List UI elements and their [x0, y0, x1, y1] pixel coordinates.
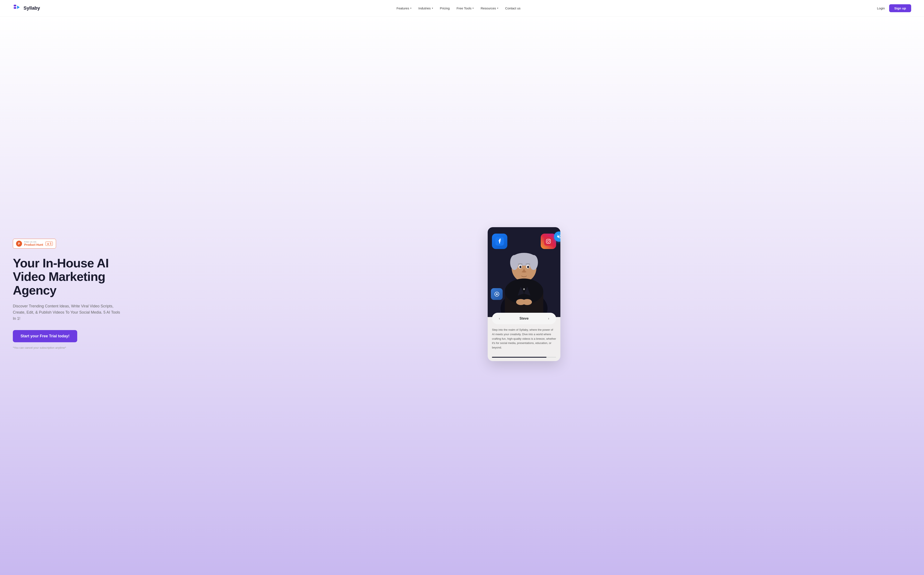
hero-title: Your In-House AI Video Marketing Agency [13, 256, 137, 297]
video-preview [487, 227, 560, 317]
prev-person-button[interactable]: ‹ [496, 315, 503, 322]
cancel-note: *You can cancel your subscription anytim… [13, 346, 66, 349]
login-button[interactable]: Login [877, 6, 885, 10]
nav-link-resources[interactable]: Resources ▾ [481, 6, 499, 10]
svg-point-19 [527, 266, 529, 268]
nav-item-free-tools[interactable]: Free Tools ▾ [456, 6, 474, 10]
chevron-down-icon: ▾ [473, 7, 474, 10]
nav-item-contact[interactable]: Contact us [505, 6, 521, 10]
video-description-text: Step into the realm of Syllaby, where th… [492, 328, 556, 350]
svg-rect-0 [14, 5, 16, 6]
progress-bar [492, 357, 556, 357]
svg-rect-21 [524, 288, 524, 290]
nav-item-pricing[interactable]: Pricing [440, 6, 450, 10]
svg-point-18 [519, 266, 521, 268]
nav-link-industries[interactable]: Indutries ▾ [418, 6, 433, 10]
blue-app-icon [491, 288, 503, 300]
svg-rect-23 [544, 237, 553, 246]
navbar: Syllaby Features ▾ Indutries ▾ Pricing F… [0, 0, 924, 16]
nav-links: Features ▾ Indutries ▾ Pricing Free Tool… [397, 6, 521, 10]
facebook-icon [492, 233, 507, 249]
logo-area[interactable]: Syllaby [13, 4, 40, 13]
product-hunt-count: ▲ 1 [45, 241, 53, 246]
hero-description: Discover Trending Content Ideas, Write V… [13, 303, 124, 321]
nav-auth: Login Sign up [877, 4, 911, 12]
logo-icon [13, 4, 21, 13]
person-name: Steve [519, 316, 529, 321]
hero-section: P FIND US ON Product Hunt ▲ 1 Your In-Ho… [0, 16, 924, 575]
video-description-area: Step into the realm of Syllaby, where th… [487, 326, 560, 354]
svg-point-9 [529, 255, 538, 270]
svg-marker-2 [17, 6, 20, 9]
video-card: ‹ Steve › Step into the realm of Syllaby… [487, 227, 560, 361]
nav-link-free-tools[interactable]: Free Tools ▾ [456, 6, 474, 10]
hero-right: ‹ Steve › Step into the realm of Syllaby… [137, 227, 911, 361]
nav-link-contact[interactable]: Contact us [505, 6, 521, 10]
signup-button[interactable]: Sign up [889, 4, 911, 12]
svg-point-8 [510, 255, 519, 270]
svg-point-26 [550, 240, 550, 240]
chevron-down-icon: ▾ [497, 7, 499, 10]
product-hunt-logo: P [16, 241, 22, 247]
chevron-down-icon: ▾ [432, 7, 433, 10]
nav-item-resources[interactable]: Resources ▾ [481, 6, 499, 10]
product-hunt-text: FIND US ON Product Hunt [24, 241, 43, 246]
brand-name: Syllaby [24, 5, 40, 11]
svg-point-15 [522, 299, 532, 305]
product-hunt-badge[interactable]: P FIND US ON Product Hunt ▲ 1 [13, 239, 56, 249]
next-person-button[interactable]: › [545, 315, 552, 322]
svg-rect-1 [14, 7, 16, 9]
chevron-down-icon: ▾ [410, 7, 411, 10]
nav-link-pricing[interactable]: Pricing [440, 6, 450, 10]
progress-fill [492, 357, 546, 357]
nav-item-industries[interactable]: Indutries ▾ [418, 6, 433, 10]
cta-button[interactable]: Start your Free Trial today! [13, 330, 77, 342]
hero-left: P FIND US ON Product Hunt ▲ 1 Your In-Ho… [13, 239, 137, 350]
name-selector: ‹ Steve › [492, 313, 556, 324]
nav-link-features[interactable]: Features ▾ [397, 6, 411, 10]
nav-item-features[interactable]: Features ▾ [397, 6, 411, 10]
